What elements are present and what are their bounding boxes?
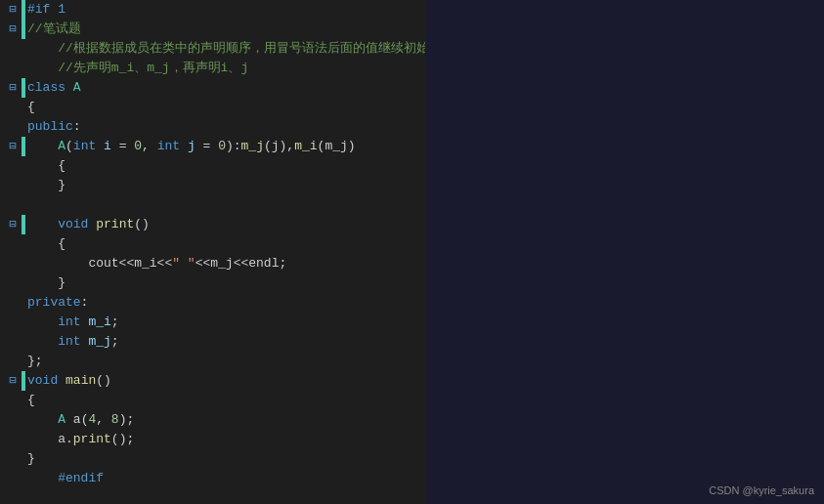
code-line-8: ⊟ A(int i = 0, int j = 0):m_j(j),m_i(m_j… [0,137,425,156]
code-line-18: int m_j; [0,332,425,352]
code-line-15: } [0,273,425,293]
code-line-2: ⊟ //笔试题 [0,20,425,39]
collapse-icon-8[interactable]: ⊟ [4,137,22,156]
code-line-16: private: [0,293,425,313]
collapse-icon-2[interactable]: ⊟ [4,20,22,39]
code-line-14: cout<<m_i<<" "<<m_j<<endl; [0,254,425,273]
code-line-4: //先声明m_i、m_j，再声明i、j [0,59,425,78]
collapse-icon-20[interactable]: ⊟ [4,371,22,391]
code-line-21: { [0,391,425,410]
code-line-11 [0,195,425,215]
code-line-12: ⊟ void print() [0,215,425,234]
collapse-icon-5[interactable]: ⊟ [4,78,22,98]
watermark: CSDN @kyrie_sakura [709,484,814,496]
code-editor: ⊟ #if 1 ⊟ //笔试题 //根据数据成员在类中的声明顺序，用冒号语法后面… [0,0,425,504]
code-line-23: a.print(); [0,430,425,449]
code-line-3: //根据数据成员在类中的声明顺序，用冒号语法后面的值继续初始化； [0,39,425,59]
code-line-25: #endif [0,469,425,488]
code-line-22: A a(4, 8); [0,410,425,430]
code-line-5: ⊟ class A [0,78,425,98]
code-line-17: int m_i; [0,313,425,332]
right-panel: C C:\WINDOWS\system32\cmd.exe -858993460… [425,0,824,504]
code-line-6: { [0,98,425,117]
code-line-10: } [0,176,425,195]
collapse-icon-1[interactable]: ⊟ [4,0,22,20]
code-line-20: ⊟ void main() [0,371,425,391]
code-line-7: public: [0,117,425,137]
code-line-13: { [0,234,425,254]
code-line-24: } [0,449,425,469]
code-line-1: ⊟ #if 1 [0,0,425,20]
collapse-icon-12[interactable]: ⊟ [4,215,22,234]
code-line-19: }; [0,352,425,371]
code-line-9: { [0,156,425,176]
